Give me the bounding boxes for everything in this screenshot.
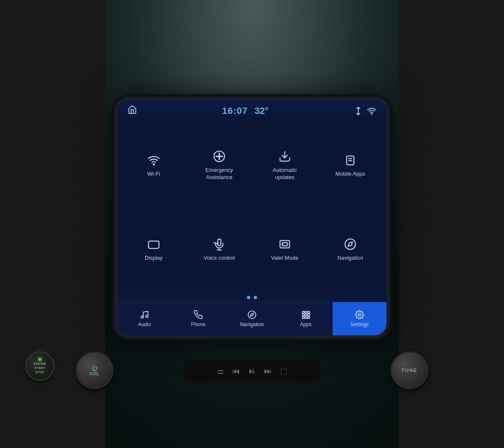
svg-rect-14 (280, 240, 290, 248)
svg-point-1 (371, 113, 372, 114)
svg-point-21 (248, 311, 256, 319)
grid-item-emergency[interactable]: EmergencyAssistance (188, 125, 250, 206)
screen-content: 16:07 32° (118, 100, 386, 335)
play-pause-button[interactable]: ⏯ (248, 367, 256, 376)
screen-header: 16:07 32° (118, 100, 386, 122)
home-svg (128, 105, 137, 114)
settings-label: Settings (350, 322, 368, 327)
tune-knob[interactable]: TUNE (391, 351, 428, 389)
valet-icon (278, 238, 291, 250)
svg-rect-31 (308, 317, 310, 319)
settings-grid: Wi-Fi EmergencyAssistance (118, 122, 386, 293)
page-indicator (118, 293, 386, 302)
mobile-apps-icon (344, 154, 357, 166)
vol-label: VOL (89, 372, 100, 376)
grid-item-updates[interactable]: Automaticupdates (254, 125, 316, 206)
display-label: Display (145, 255, 163, 262)
screen-off-button[interactable]: ⬚ (280, 366, 287, 376)
power-symbol: ⏻ (92, 365, 97, 372)
svg-rect-28 (308, 314, 310, 316)
svg-rect-11 (149, 241, 159, 248)
wifi-label: Wi-Fi (147, 171, 160, 178)
svg-point-20 (146, 315, 148, 318)
grid-item-voice[interactable]: Voice control (188, 209, 250, 290)
nav-navigation-icon (247, 310, 257, 319)
mobile-apps-label: Mobile Apps (336, 171, 365, 178)
svg-rect-30 (305, 317, 307, 319)
wifi-status-icon (367, 106, 376, 116)
svg-point-17 (345, 239, 356, 249)
voice-icon (213, 238, 226, 250)
settings-icon (355, 310, 364, 319)
audio-label: Audio (138, 322, 151, 327)
svg-rect-29 (302, 317, 304, 319)
grid-item-mobile-apps[interactable]: Mobile Apps (319, 125, 381, 206)
svg-point-2 (153, 163, 155, 165)
signal-icon (354, 106, 363, 116)
svg-rect-24 (305, 311, 307, 314)
header-time-temp: 16:07 32° (222, 105, 269, 116)
grid-item-wifi[interactable]: Wi-Fi (123, 125, 185, 206)
svg-marker-22 (250, 313, 254, 316)
emergency-icon (213, 150, 226, 163)
navigation-nav-label: Navigation (240, 322, 264, 327)
tune-label: TUNE (402, 368, 417, 373)
svg-point-19 (141, 316, 144, 319)
svg-rect-23 (302, 311, 304, 314)
header-status-icons (354, 106, 376, 116)
phone-label: Phone (191, 322, 206, 327)
clock-display: 16:07 (222, 105, 248, 116)
updates-icon (278, 150, 291, 163)
apps-icon (301, 310, 310, 319)
home-icon[interactable] (128, 105, 137, 117)
infotainment-screen: 16:07 32° (118, 100, 386, 335)
svg-point-32 (358, 314, 361, 316)
prev-track-button[interactable]: ⏮ (232, 367, 240, 376)
display-icon (147, 238, 160, 250)
volume-knob[interactable]: ⏻ VOL (76, 351, 113, 389)
emergency-label: EmergencyAssistance (205, 167, 233, 181)
next-track-button[interactable]: ⏭ (264, 367, 272, 376)
audio-icon (140, 310, 149, 319)
svg-marker-18 (348, 242, 353, 246)
page-dot-2 (254, 296, 257, 299)
grid-item-navigation[interactable]: Navigation (319, 209, 381, 290)
updates-label: Automaticupdates (273, 167, 297, 181)
page-dot-1 (247, 296, 250, 299)
media-controls-bar: ⚌ ⏮ ⏯ ⏭ ⬚ (185, 361, 319, 382)
apps-label: Apps (300, 322, 311, 327)
valet-label: Valet Mode (271, 255, 299, 262)
physical-controls-area: ⏻ VOL ⚌ ⏮ ⏯ ⏭ ⬚ TUNE (0, 330, 504, 414)
grid-item-valet[interactable]: Valet Mode (254, 209, 316, 290)
eq-button[interactable]: ⚌ (217, 366, 224, 376)
voice-label: Voice control (204, 255, 235, 262)
phone-icon (194, 310, 203, 319)
grid-item-display[interactable]: Display (123, 209, 185, 290)
wifi-icon (147, 154, 160, 166)
navigation-icon (344, 238, 357, 250)
svg-rect-27 (305, 314, 307, 316)
svg-rect-25 (308, 311, 310, 314)
svg-rect-26 (302, 314, 304, 316)
navigation-label: Navigation (337, 255, 363, 262)
temperature-display: 32° (255, 105, 268, 116)
